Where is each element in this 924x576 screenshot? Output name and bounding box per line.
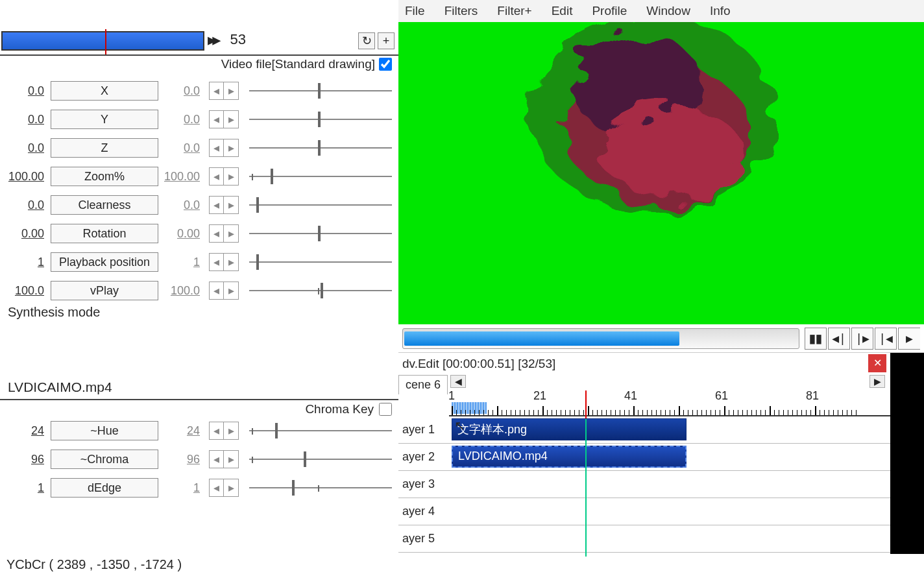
progress-track[interactable] (402, 328, 799, 349)
slider[interactable] (249, 139, 392, 157)
value-right[interactable]: 1 (162, 256, 202, 269)
value-left[interactable]: 0.0 (6, 141, 47, 155)
value-left[interactable]: 1 (6, 256, 47, 269)
layer-label-1[interactable]: ayer 1 (398, 416, 449, 444)
menu-filters[interactable]: Filters (444, 4, 478, 18)
step-up-icon[interactable]: ▸ (224, 479, 238, 496)
slider[interactable] (249, 167, 392, 186)
value-right[interactable]: 0.0 (162, 113, 202, 126)
step-up-icon[interactable]: ▸ (224, 225, 238, 242)
scene-tab[interactable]: cene 6 (398, 375, 448, 394)
track-2[interactable]: LVDICAIMO.mp4 (449, 444, 890, 471)
stepper[interactable]: ◂▸ (209, 110, 239, 128)
add-button[interactable]: + (378, 32, 395, 49)
step-up-icon[interactable]: ▸ (224, 282, 238, 299)
layer-label-5[interactable]: ayer 5 (398, 525, 449, 553)
property-button[interactable]: Zoom% (51, 167, 158, 186)
slider-handle[interactable] (318, 226, 321, 241)
layer-label-2[interactable]: ayer 2 (398, 444, 449, 471)
property-button[interactable]: Rotation (51, 224, 158, 243)
stepper[interactable]: ◂▸ (209, 139, 239, 157)
fast-forward-icon[interactable]: ▶▶ (208, 32, 217, 48)
menu-window[interactable]: Window (646, 4, 690, 18)
track-1[interactable]: 文字样本.png (449, 416, 890, 444)
slider[interactable] (249, 479, 392, 497)
step-up-icon[interactable]: ▸ (224, 82, 238, 99)
property-button[interactable]: X (51, 81, 158, 101)
close-button[interactable]: ✕ (868, 354, 886, 372)
timeline-ruler[interactable]: 121416181 (449, 390, 890, 416)
step-up-icon[interactable]: ▸ (224, 422, 238, 439)
slider-handle[interactable] (318, 140, 321, 156)
layer-label-4[interactable]: ayer 4 (398, 498, 449, 525)
slider-handle[interactable] (304, 451, 306, 467)
slider-handle[interactable] (292, 480, 295, 496)
step-down-icon[interactable]: ◂ (210, 282, 224, 299)
property-button[interactable]: vPlay (51, 281, 158, 300)
value-left[interactable]: 0.00 (6, 227, 47, 241)
menu-profile[interactable]: Profile (592, 4, 627, 18)
stepper[interactable]: ◂▸ (209, 282, 239, 300)
value-left[interactable]: 1 (6, 481, 47, 495)
stepper[interactable]: ◂▸ (209, 450, 239, 468)
track-4[interactable] (449, 498, 890, 525)
clip-layer1[interactable]: 文字样本.png (452, 418, 687, 440)
slider[interactable] (249, 282, 392, 300)
property-button[interactable]: Playback position (51, 252, 158, 272)
property-button[interactable]: ~Chroma (51, 450, 158, 469)
slider[interactable] (249, 82, 392, 100)
value-right[interactable]: 1 (162, 481, 202, 495)
step-up-icon[interactable]: ▸ (224, 139, 238, 156)
menu-filterplus[interactable]: Filter+ (497, 4, 531, 18)
slider-handle[interactable] (321, 283, 323, 298)
value-right[interactable]: 100.00 (162, 170, 202, 184)
slider-handle[interactable] (318, 112, 321, 127)
scrubber-track[interactable] (1, 31, 204, 51)
step-down-icon[interactable]: ◂ (210, 111, 224, 128)
property-button[interactable]: Y (51, 110, 158, 129)
step-down-icon[interactable]: ◂ (210, 451, 224, 468)
property-button[interactable]: Z (51, 138, 158, 158)
step-down-icon[interactable]: ◂ (210, 254, 224, 270)
value-right[interactable]: 0.0 (162, 198, 202, 212)
step-down-icon[interactable]: ◂ (210, 82, 224, 99)
timeline-scroll-left[interactable]: ◀ (450, 375, 466, 388)
step-down-icon[interactable]: ◂ (210, 422, 224, 439)
value-right[interactable]: 24 (162, 424, 202, 438)
step-down-icon[interactable]: ◂ (210, 479, 224, 496)
stepper[interactable]: ◂▸ (209, 167, 239, 186)
video-file-checkbox[interactable] (379, 58, 392, 71)
property-button[interactable]: ~Hue (51, 421, 158, 440)
value-right[interactable]: 100.0 (162, 284, 202, 298)
value-right[interactable]: 96 (162, 453, 202, 466)
value-left[interactable]: 0.0 (6, 198, 47, 212)
value-left[interactable]: 0.0 (6, 84, 47, 98)
timeline-scroll-right[interactable]: ▶ (869, 375, 885, 388)
slider[interactable] (249, 450, 392, 468)
stepper[interactable]: ◂▸ (209, 422, 239, 440)
property-button[interactable]: Clearness (51, 195, 158, 215)
slider[interactable] (249, 196, 392, 214)
pause-button[interactable]: ▮▮ (805, 328, 827, 350)
menu-file[interactable]: File (405, 4, 425, 18)
refresh-button[interactable]: ↻ (358, 32, 375, 49)
video-preview[interactable] (398, 22, 924, 324)
slider-handle[interactable] (271, 169, 273, 184)
value-right[interactable]: 0.0 (162, 141, 202, 155)
stepper[interactable]: ◂▸ (209, 253, 239, 271)
slider-handle[interactable] (318, 83, 321, 99)
next-frame-button[interactable]: |▶ (851, 328, 873, 350)
step-down-icon[interactable]: ◂ (210, 225, 224, 242)
step-down-icon[interactable]: ◂ (210, 168, 224, 185)
step-up-icon[interactable]: ▸ (224, 168, 238, 185)
chroma-key-checkbox[interactable] (379, 403, 392, 416)
stepper[interactable]: ◂▸ (209, 479, 239, 497)
go-start-button[interactable]: |◀ (875, 328, 897, 350)
step-up-icon[interactable]: ▸ (224, 111, 238, 128)
track-5[interactable] (449, 525, 890, 553)
value-left[interactable]: 24 (6, 424, 47, 438)
stepper[interactable]: ◂▸ (209, 82, 239, 100)
slider-handle[interactable] (256, 197, 259, 213)
stepper[interactable]: ◂▸ (209, 196, 239, 214)
value-left[interactable]: 0.0 (6, 113, 47, 126)
